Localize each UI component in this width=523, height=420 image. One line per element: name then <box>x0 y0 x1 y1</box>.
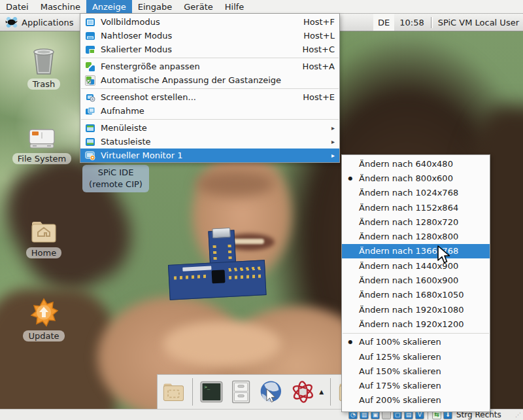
menu-item-shortcut: Host+C <box>302 44 335 54</box>
update-icon <box>29 298 59 328</box>
virtual-monitor-submenu: Ändern nach 640x480 ● Ändern nach 800x60… <box>341 154 490 412</box>
desktop-icon-label: Trash <box>27 79 60 90</box>
menu-separator <box>81 58 339 58</box>
seamless-icon <box>85 31 95 41</box>
anzeige-dropdown-menu: Vollbildmodus Host+F Nahtloser Modus Hos… <box>80 13 340 163</box>
file-manager-icon[interactable] <box>161 379 186 404</box>
menu-item-shortcut: Host+E <box>303 92 335 102</box>
file-cabinet-icon[interactable] <box>230 379 252 405</box>
menu-item-label: Skalierter Modus <box>101 44 297 54</box>
submenu-item-label: Auf 200% skalieren <box>359 395 441 405</box>
desktop-icon-update[interactable]: Update <box>12 298 75 341</box>
submenu-item-1152x864[interactable]: Ändern nach 1152x864 <box>342 200 490 215</box>
dock-separator <box>330 378 331 406</box>
submenu-item-scale-175[interactable]: Auf 175% skalieren <box>342 378 490 393</box>
menu-item-virtueller-monitor-1[interactable]: Virtueller Monitor 1 ▸ <box>80 149 339 162</box>
menu-item-label: Menüleiste <box>101 123 323 133</box>
applications-label: Applications <box>22 18 73 27</box>
submenu-item-1440x900[interactable]: Ändern nach 1440x900 <box>342 258 490 273</box>
desktop-icon-file-system[interactable]: File System <box>10 126 73 164</box>
submenu-item-1280x720[interactable]: Ändern nach 1280x720 <box>342 215 490 229</box>
vm-title-label: SPiC VM Local User <box>438 18 523 27</box>
launcher-popup-arrow-icon[interactable]: ▲ <box>319 389 324 395</box>
submenu-item-scale-200[interactable]: Auf 200% skalieren <box>342 393 490 408</box>
submenu-item-1280x800[interactable]: Ändern nach 1280x800 <box>342 229 490 243</box>
desktop-icon-label: Home <box>26 247 61 258</box>
menu-separator <box>81 88 339 89</box>
submenu-item-label: Ändern nach 1920x1080 <box>359 305 464 315</box>
submenu-item-800x600[interactable]: ● Ändern nach 800x600 <box>342 171 490 185</box>
submenu-item-label: Ändern nach 1600x900 <box>359 275 458 285</box>
submenu-item-1920x1200[interactable]: Ändern nach 1920x1200 <box>342 317 490 331</box>
menu-hilfe[interactable]: Hilfe <box>219 0 250 14</box>
submenu-item-scale-150[interactable]: Auf 150% skalieren <box>342 364 490 378</box>
wallpaper-circuit-board <box>166 227 266 300</box>
terminal-icon[interactable]: >_ <box>199 379 224 404</box>
submenu-item-label: Ändern nach 1680x1050 <box>359 290 464 300</box>
submenu-item-1920x1080[interactable]: Ändern nach 1920x1080 <box>342 302 490 317</box>
adjust-window-icon <box>85 61 95 72</box>
mouse-cursor <box>437 245 452 265</box>
submenu-item-label: Auf 100% skalieren <box>359 337 441 347</box>
menu-item-shortcut: Host+L <box>303 31 335 41</box>
menu-item-screenshot-erstellen[interactable]: Screenshot erstellen... Host+E <box>80 90 339 104</box>
desktop-icon-label: File System <box>12 153 71 164</box>
radio-bullet: ● <box>342 339 359 345</box>
desktop-icon-trash[interactable]: Trash <box>12 47 75 90</box>
dock: >_ ▲ <box>157 374 366 409</box>
menu-item-vollbildmodus[interactable]: Vollbildmodus Host+F <box>80 15 339 29</box>
menu-item-label: Automatische Anpassung der Gastanzeige <box>101 75 335 85</box>
menu-datei[interactable]: Datei <box>0 0 35 14</box>
spic-ide-label-line2: (remote CIP) <box>85 179 146 190</box>
desktop-icon-label: Update <box>23 330 64 341</box>
menu-item-menueleiste[interactable]: Menüleiste ▸ <box>80 121 339 135</box>
panel-separator <box>431 17 433 28</box>
submenu-item-1600x900[interactable]: Ändern nach 1600x900 <box>342 273 490 287</box>
menu-item-skalierter-modus[interactable]: Skalierter Modus Host+C <box>80 43 339 56</box>
submenu-item-label: Ändern nach 800x600 <box>359 173 453 183</box>
menu-item-label: Aufnahme <box>101 106 335 116</box>
clock[interactable]: 10:58 <box>394 18 430 27</box>
submenu-item-1366x768[interactable]: Ändern nach 1366x768 <box>342 244 490 258</box>
submenu-item-640x480[interactable]: Ändern nach 640x480 <box>342 156 490 171</box>
home-folder-icon <box>29 219 58 245</box>
auto-resize-icon <box>85 75 95 86</box>
web-browser-icon[interactable] <box>258 378 284 406</box>
menu-item-aufnahme[interactable]: Aufnahme <box>80 104 339 118</box>
clock-label: 10:58 <box>399 18 424 27</box>
menu-item-label: Vollbildmodus <box>101 17 298 27</box>
virtual-monitor-icon <box>85 150 95 161</box>
atom-app-icon[interactable] <box>290 378 316 406</box>
resize-grip[interactable]: ⋰ <box>515 411 522 418</box>
menu-item-label: Screenshot erstellen... <box>101 92 297 102</box>
fullscreen-icon <box>85 17 95 27</box>
applications-menu-button[interactable]: Applications <box>0 14 78 31</box>
menu-item-statusleiste[interactable]: Statusleiste ▸ <box>80 135 339 149</box>
submenu-item-label: Ändern nach 1024x768 <box>359 188 458 198</box>
host-menubar: Datei Maschine Anzeige Eingabe Geräte Hi… <box>0 0 523 14</box>
submenu-item-1680x1050[interactable]: Ändern nach 1680x1050 <box>342 288 490 302</box>
vm-window: Applications DE 10:58 SPiC VM Local User… <box>0 0 523 420</box>
wallpaper-knuckle-shape <box>163 321 281 367</box>
menu-item-nahtloser-modus[interactable]: Nahtloser Modus Host+L <box>80 29 339 43</box>
submenu-item-label: Ändern nach 640x480 <box>359 159 453 169</box>
desktop-icon-home[interactable]: Home <box>12 219 75 258</box>
menu-separator <box>343 333 489 334</box>
menu-item-automatische-anpassung[interactable]: Automatische Anpassung der Gastanzeige <box>80 73 339 87</box>
submenu-item-scale-100[interactable]: ● Auf 100% skalieren <box>342 335 490 349</box>
spic-ide-label-line1: SPiC IDE <box>85 167 146 179</box>
menu-anzeige[interactable]: Anzeige <box>86 0 132 14</box>
xfce-logo-icon <box>5 17 18 27</box>
menu-eingabe[interactable]: Eingabe <box>132 0 178 14</box>
submenu-item-label: Ändern nach 1920x1200 <box>359 319 464 329</box>
menu-item-fenstergroesse-anpassen[interactable]: Fenstergröße anpassen Host+A <box>80 60 339 73</box>
submenu-arrow-icon: ▸ <box>328 124 335 131</box>
desktop-icon-spic-ide[interactable]: SPiC IDE (remote CIP) <box>82 165 149 192</box>
submenu-item-label: Ändern nach 1280x800 <box>359 232 458 241</box>
menu-geraete[interactable]: Geräte <box>178 0 218 14</box>
scaled-icon <box>85 44 95 55</box>
keyboard-layout-indicator[interactable]: DE <box>373 14 394 31</box>
submenu-item-scale-125[interactable]: Auf 125% skalieren <box>342 349 490 364</box>
menu-maschine[interactable]: Maschine <box>35 0 86 14</box>
submenu-item-1024x768[interactable]: Ändern nach 1024x768 <box>342 186 490 200</box>
